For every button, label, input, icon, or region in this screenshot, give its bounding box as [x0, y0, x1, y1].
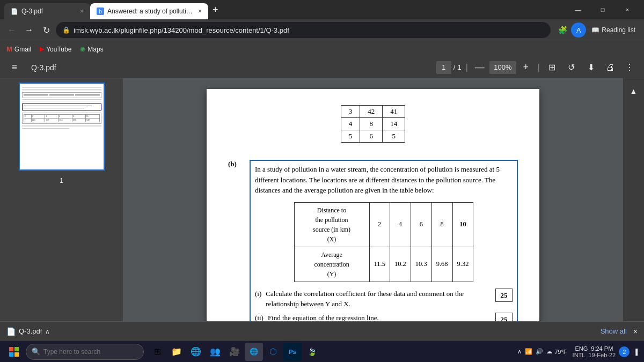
- svg-rect-0: [9, 347, 13, 351]
- tab-favicon-2: b: [97, 8, 104, 15]
- rotate-button[interactable]: ↺: [564, 60, 579, 75]
- data-table-y-val-2: 10.2: [390, 247, 411, 282]
- new-tab-button[interactable]: +: [208, 4, 223, 16]
- sub-q1-marks: 25: [495, 289, 513, 302]
- taskbar-search[interactable]: 🔍: [26, 344, 144, 360]
- tab-q3-pdf[interactable]: 📄 Q-3.pdf ×: [4, 3, 90, 19]
- right-panel: ▲: [623, 78, 644, 321]
- back-button[interactable]: ←: [4, 23, 19, 38]
- pdf-sidebar: X246810 Y11.510.210.39.689.32 1: [0, 78, 123, 321]
- profile-button[interactable]: A: [571, 23, 586, 38]
- window-controls: — □ ×: [566, 0, 640, 19]
- svg-rect-3: [14, 352, 19, 357]
- volume-icon[interactable]: 🔊: [536, 348, 543, 355]
- top-table-r1c3: 41: [383, 106, 405, 118]
- show-desktop-button[interactable]: ▌: [633, 349, 640, 355]
- notification-badge[interactable]: 2: [619, 346, 630, 357]
- data-table-x-val-4: 8: [431, 202, 452, 247]
- gmail-icon: M: [6, 45, 12, 53]
- video-button[interactable]: 🎥: [225, 343, 244, 361]
- svg-rect-1: [14, 347, 19, 351]
- show-all-button[interactable]: Show all: [601, 327, 627, 335]
- top-table-r1c1: 3: [341, 106, 360, 118]
- refresh-button[interactable]: ↻: [39, 23, 54, 38]
- download-bar: 📄 Q-3.pdf ∧ Show all ×: [0, 321, 644, 341]
- bookmark-youtube[interactable]: ▶ YouTube: [40, 46, 71, 53]
- locale-label: INTL: [573, 352, 586, 358]
- question-b-label: (b): [228, 160, 243, 321]
- top-table-r2c2: 8: [360, 118, 383, 130]
- vscode-button[interactable]: ⬡: [264, 343, 282, 361]
- sub-q2-marks: 25: [495, 313, 513, 322]
- network-icon[interactable]: 📶: [525, 348, 532, 355]
- download-chevron-icon[interactable]: ∧: [45, 328, 50, 335]
- download-button[interactable]: ⬇: [583, 60, 599, 76]
- data-table-y-header: Averageconcentration(Y): [294, 247, 369, 282]
- svg-rect-2: [9, 352, 13, 357]
- pdf-menu-button[interactable]: ≡: [6, 60, 23, 76]
- tray-chevron[interactable]: ∧: [517, 348, 522, 355]
- bookmarks-bar: M Gmail ▶ YouTube ◉ Maps: [0, 41, 644, 57]
- tab-answered[interactable]: b Answered: a study of pollution in... ×: [90, 3, 208, 19]
- close-button[interactable]: ×: [615, 0, 640, 19]
- pdf-main[interactable]: 3 42 41 4 8 14 5 6 5: [123, 78, 623, 321]
- search-icon: 🔍: [32, 348, 40, 356]
- tab-close-2[interactable]: ×: [198, 8, 202, 15]
- extensions-button[interactable]: 🧩: [555, 23, 570, 38]
- zoom-level-input[interactable]: [489, 61, 516, 74]
- maximize-button[interactable]: □: [590, 0, 615, 19]
- photoshop-button[interactable]: Ps: [283, 343, 302, 361]
- file-explorer-button[interactable]: 📁: [167, 343, 186, 361]
- forward-button[interactable]: →: [21, 23, 36, 38]
- fit-page-button[interactable]: ⊞: [544, 60, 559, 75]
- search-input[interactable]: [43, 348, 129, 356]
- pdf-navigation: / 1: [436, 61, 462, 74]
- more-options-button[interactable]: ⋮: [621, 60, 638, 76]
- bookmark-maps[interactable]: ◉ Maps: [80, 46, 103, 53]
- zoom-out-button[interactable]: —: [472, 60, 487, 75]
- print-button[interactable]: 🖨: [602, 60, 618, 76]
- chrome-button[interactable]: 🌐: [245, 343, 263, 361]
- tab-close-1[interactable]: ×: [80, 8, 84, 15]
- teams-button[interactable]: 👥: [206, 343, 224, 361]
- address-bar[interactable]: 🔒 imsk.wyb.ac.lk/pluginfile.php/134200/m…: [56, 22, 551, 38]
- pdf-thumbnail[interactable]: X246810 Y11.510.210.39.689.32: [19, 83, 105, 171]
- zoom-controls: — +: [472, 60, 533, 75]
- pdf-download-icon: 📄: [6, 327, 16, 336]
- download-bar-close[interactable]: ×: [633, 327, 638, 336]
- page-total: 1: [457, 63, 461, 71]
- bookmark-gmail-label: Gmail: [14, 46, 31, 53]
- sub-q1-label: (i): [255, 289, 261, 299]
- youtube-icon: ▶: [40, 46, 44, 53]
- data-table-x-val-2: 4: [390, 202, 411, 247]
- sub-q2-label: (ii): [255, 313, 264, 322]
- sub-q1-text: Calculate the correlation coefficient fo…: [266, 289, 480, 309]
- top-table-r3c1: 5: [341, 130, 360, 143]
- data-table-x-val-1: 2: [369, 202, 390, 247]
- bookmark-gmail[interactable]: M Gmail: [6, 45, 31, 53]
- task-view-button[interactable]: ⊞: [148, 343, 166, 361]
- toolbar-separator-2: |: [538, 63, 540, 72]
- taskbar-right: ∧ 📶 🔊 ☁ 79°F ENG 9:24 PM INTL 19-Feb-22: [517, 345, 640, 358]
- minimize-button[interactable]: —: [566, 0, 590, 19]
- edge-button[interactable]: 🌐: [187, 343, 205, 361]
- top-table-r3c3: 5: [383, 130, 405, 143]
- reading-list-icon: 📖: [591, 26, 599, 34]
- scroll-up-button[interactable]: ▲: [625, 83, 642, 100]
- page-number-input[interactable]: [436, 61, 451, 74]
- pdf-page: 3 42 41 4 8 14 5 6 5: [207, 89, 539, 321]
- data-table: Distance tothe pollutionsource (in km)(X…: [294, 202, 474, 282]
- top-table: 3 42 41 4 8 14 5 6 5: [341, 105, 406, 143]
- pdf-toolbar: ≡ Q-3.pdf / 1 | — + | ⊞ ↺ ⬇ 🖨 ⋮: [0, 57, 644, 78]
- top-table-r3c2: 6: [360, 130, 383, 143]
- reading-list-button[interactable]: 📖 Reading list: [587, 24, 640, 36]
- zoom-in-button[interactable]: +: [518, 60, 533, 75]
- data-table-x-val-3: 6: [411, 202, 431, 247]
- toolbar-separator-1: |: [466, 63, 468, 72]
- start-button[interactable]: [4, 344, 24, 360]
- pdf-thumb-label: 1: [4, 177, 119, 184]
- animal-crossing-button[interactable]: 🍃: [303, 343, 321, 361]
- weather-icon[interactable]: ☁: [546, 348, 552, 355]
- sub-questions: (i) Calculate the correlation coefficien…: [255, 289, 513, 322]
- toolbar-right: ⬇ 🖨 ⋮: [583, 60, 638, 76]
